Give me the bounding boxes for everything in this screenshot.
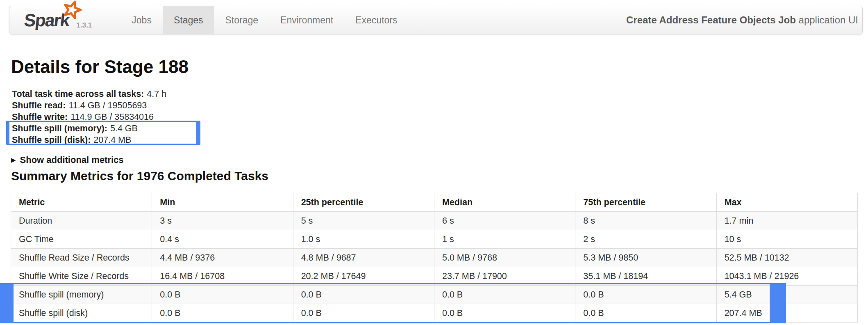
metric-label: Shuffle spill (disk): [12,135,91,145]
table-cell: 8 s [575,212,716,230]
table-cell: 5.0 MB / 9768 [434,249,575,267]
table-cell: 1.0 s [293,230,434,249]
application-title-suffix: application UI [796,14,858,25]
application-name: Create Address Feature Objects Job [626,14,796,25]
table-cell: 2 s [575,230,716,249]
table-cell: 5.4 GB [716,286,857,304]
table-cell: Shuffle spill (memory) [11,286,152,304]
metric-label: Shuffle spill (memory): [12,124,107,133]
table-cell: 1 s [434,230,575,249]
table-cell: 6 s [434,212,575,230]
table-row-duration: Duration3 s5 s6 s8 s1.7 min [11,212,858,230]
table-cell: 207.4 MB [716,304,857,323]
table-cell: 0.0 B [293,304,434,323]
metric-value: 11.4 GB / 19505693 [68,101,147,110]
show-additional-metrics-toggle[interactable]: ▶ Show additional metrics [11,155,124,165]
table-row-shuffle-write-size-records: Shuffle Write Size / Records16.4 MB / 16… [11,267,858,286]
table-cell: 0.0 B [152,286,293,304]
spark-version: 1.3.1 [77,21,92,30]
summary-metrics-heading: Summary Metrics for 1976 Completed Tasks [11,169,268,183]
table-header-row: MetricMin25th percentileMedian75th perce… [11,193,858,212]
table-cell: 5 s [293,212,434,230]
table-cell: 52.5 MB / 10132 [716,249,857,267]
navbar: Spark 1.3.1 JobsStagesStorageEnvironment… [9,6,863,34]
tab-storage[interactable]: Storage [214,6,270,34]
spark-brand[interactable]: Spark 1.3.1 [9,6,92,34]
spark-ui-screen: Spark 1.3.1 JobsStagesStorageEnvironment… [0,0,868,325]
metric-value: 114.9 GB / 35834016 [70,112,154,122]
table-header: MetricMin25th percentileMedian75th perce… [11,193,858,212]
nav-tabs: JobsStagesStorageEnvironmentExecutors [120,6,408,34]
table-cell: 0.4 s [152,230,293,249]
table-cell: 0.0 B [575,304,716,323]
metric-total-task-time-across-all-tasks: Total task time across all tasks:4.7 h [12,88,166,100]
table-row-shuffle-read-size-records: Shuffle Read Size / Records4.4 MB / 9376… [11,249,858,267]
column-header-25th-percentile: 25th percentile [293,193,434,212]
spark-logo: Spark [24,10,69,30]
table-cell: 4.4 MB / 9376 [152,249,293,267]
page-title: Details for Stage 188 [11,57,189,77]
table-cell: 1043.1 MB / 21926 [716,267,857,286]
table-cell: Shuffle spill (disk) [11,304,152,323]
metric-shuffle-read: Shuffle read:11.4 GB / 19505693 [12,100,166,111]
tab-executors[interactable]: Executors [344,6,408,34]
column-header-median: Median [434,193,575,212]
table-cell: GC Time [11,230,152,249]
table-cell: 1.7 min [716,212,857,230]
tab-environment[interactable]: Environment [269,6,344,34]
table-cell: Shuffle Write Size / Records [11,267,152,286]
table-cell: 16.4 MB / 16708 [152,267,293,286]
table-cell: 23.7 MB / 17900 [434,267,575,286]
table-row-shuffle-spill-disk: Shuffle spill (disk)0.0 B0.0 B0.0 B0.0 B… [11,304,858,323]
metric-label: Shuffle read: [12,101,66,110]
table-cell: 0.0 B [293,286,434,304]
stage-metrics-list: Total task time across all tasks:4.7 hSh… [12,88,166,146]
show-additional-metrics-label: Show additional metrics [20,155,124,165]
table-cell: 0.0 B [434,304,575,323]
table-cell: Shuffle Read Size / Records [11,249,152,267]
table-cell: 4.8 MB / 9687 [293,249,434,267]
column-header-min: Min [152,193,293,212]
table-row-gc-time: GC Time0.4 s1.0 s1 s2 s10 s [11,230,858,249]
metric-shuffle-spill-disk: Shuffle spill (disk):207.4 MB [12,134,166,146]
table-cell: 0.0 B [434,286,575,304]
metric-value: 207.4 MB [93,135,131,145]
table-cell: 3 s [152,212,293,230]
expand-arrow-icon: ▶ [11,156,16,164]
column-header-max: Max [716,193,857,212]
table-cell: 5.3 MB / 9850 [575,249,716,267]
metric-shuffle-spill-memory: Shuffle spill (memory):5.4 GB [12,123,166,134]
column-header-75th-percentile: 75th percentile [575,193,716,212]
summary-metrics-table: MetricMin25th percentileMedian75th perce… [11,193,858,323]
table-cell: Duration [11,212,152,230]
table-cell: 20.2 MB / 17649 [293,267,434,286]
table-cell: 35.1 MB / 18194 [575,267,716,286]
table-row-shuffle-spill-memory: Shuffle spill (memory)0.0 B0.0 B0.0 B0.0… [11,286,858,304]
metric-value: 4.7 h [147,89,166,99]
table-body: Duration3 s5 s6 s8 s1.7 minGC Time0.4 s1… [11,212,858,323]
tab-jobs[interactable]: Jobs [120,6,163,34]
table-cell: 0.0 B [575,286,716,304]
tab-stages[interactable]: Stages [163,6,214,34]
metric-shuffle-write: Shuffle write:114.9 GB / 35834016 [12,111,166,123]
column-header-metric: Metric [11,193,152,212]
metric-label: Total task time across all tasks: [12,89,144,99]
table-cell: 10 s [716,230,857,249]
metric-label: Shuffle write: [12,112,68,122]
table-cell: 0.0 B [152,304,293,323]
spark-star-icon [63,0,82,21]
metric-value: 5.4 GB [110,124,138,133]
application-title: Create Address Feature Objects Job appli… [626,14,862,26]
